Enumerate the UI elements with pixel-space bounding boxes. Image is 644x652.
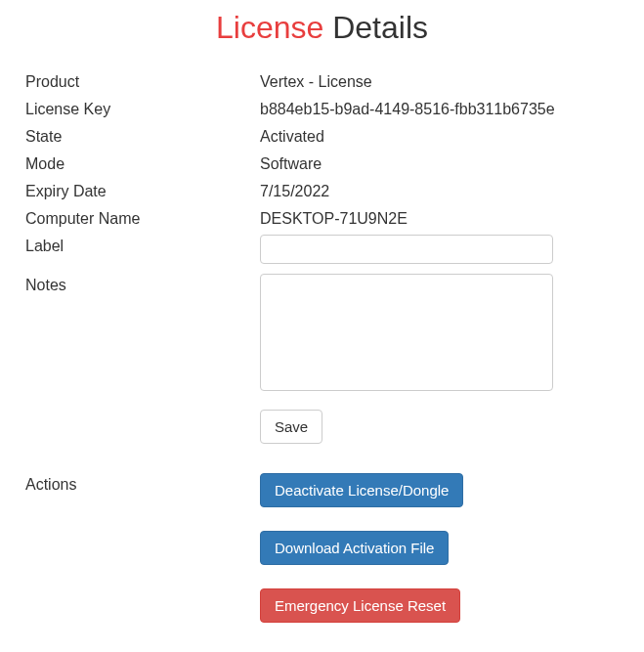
row-save: Save [25, 410, 619, 444]
row-computer: Computer Name DESKTOP-71U9N2E [25, 207, 619, 231]
row-expiry: Expiry Date 7/15/2022 [25, 180, 619, 203]
deactivate-button[interactable]: Deactivate License/Dongle [260, 473, 463, 507]
row-mode: Mode Software [25, 152, 619, 176]
label-product: Product [25, 70, 260, 94]
row-actions-deactivate: Actions Deactivate License/Dongle [25, 473, 619, 507]
row-label: Label [25, 235, 619, 264]
label-state: State [25, 125, 260, 149]
label-computer: Computer Name [25, 207, 260, 231]
label-mode: Mode [25, 152, 260, 176]
label-label: Label [25, 235, 260, 258]
label-actions: Actions [25, 473, 260, 497]
download-button[interactable]: Download Activation File [260, 531, 449, 565]
label-expiry: Expiry Date [25, 180, 260, 203]
row-license-key: License Key b884eb15-b9ad-4149-8516-fbb3… [25, 98, 619, 121]
title-rest: Details [332, 10, 428, 45]
notes-input[interactable] [260, 274, 553, 391]
value-mode: Software [260, 152, 619, 176]
title-accent: License [216, 10, 323, 45]
row-state: State Activated [25, 125, 619, 149]
value-license-key: b884eb15-b9ad-4149-8516-fbb311b6735e [260, 98, 619, 121]
emergency-reset-button[interactable]: Emergency License Reset [260, 588, 460, 623]
page-title: License Details [0, 10, 644, 46]
row-product: Product Vertex - License [25, 70, 619, 94]
row-actions-download: Download Activation File [25, 531, 619, 565]
row-actions-emergency: Emergency License Reset [25, 588, 619, 623]
label-input[interactable] [260, 235, 553, 264]
label-license-key: License Key [25, 98, 260, 121]
value-state: Activated [260, 125, 619, 149]
row-notes: Notes [25, 274, 619, 398]
save-button[interactable]: Save [260, 410, 322, 444]
license-details: Product Vertex - License License Key b88… [0, 70, 644, 623]
value-computer: DESKTOP-71U9N2E [260, 207, 619, 231]
label-notes: Notes [25, 274, 260, 297]
value-expiry: 7/15/2022 [260, 180, 619, 203]
value-product: Vertex - License [260, 70, 619, 94]
